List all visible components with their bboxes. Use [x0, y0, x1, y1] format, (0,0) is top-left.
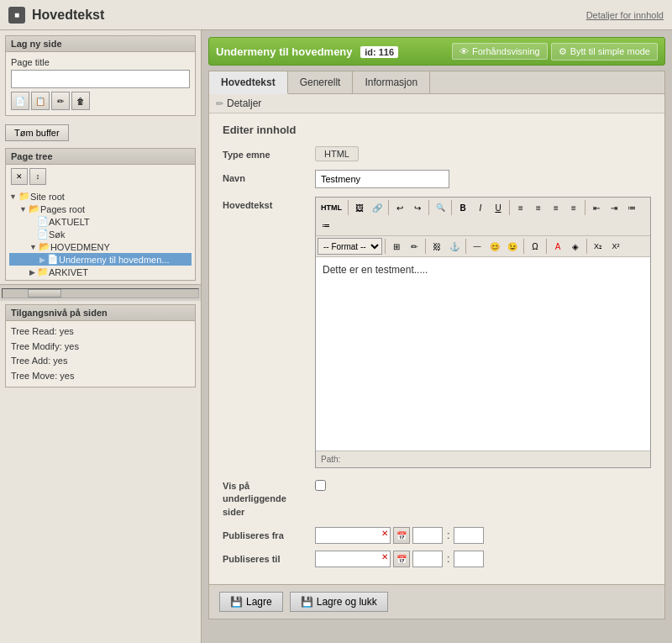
publiseres-til-row: Publiseres til ✕ 📅 : — [223, 551, 651, 567]
publiseres-til-date-wrap: ✕ — [315, 551, 391, 567]
save-close-button[interactable]: 💾 Lagre og lukk — [290, 592, 388, 612]
content-panel: Hovedtekst Generellt Informasjon ✏ Detal… — [208, 71, 665, 619]
rte-indent-right-btn[interactable]: ⇥ — [606, 199, 622, 216]
tree-item-arkivet[interactable]: ▶ 📁 ARKIVET — [9, 266, 192, 278]
copy-page-btn[interactable]: 📋 — [31, 92, 50, 110]
rte-table-btn[interactable]: ⊞ — [388, 238, 405, 255]
rte-bold-btn[interactable]: B — [454, 199, 471, 216]
save-button[interactable]: 💾 Lagre — [219, 592, 283, 612]
rte-align-left-btn[interactable]: ≡ — [512, 199, 529, 216]
rte-align-right-btn[interactable]: ≡ — [548, 199, 564, 216]
type-emne-row: Type emne HTML — [223, 146, 651, 161]
new-page-title: Lag ny side — [6, 36, 195, 52]
rte-italic-btn[interactable]: I — [472, 199, 489, 216]
tree-item-aktuelt[interactable]: ▶ 📄 AKTUELT — [9, 215, 192, 228]
rte-hr-btn[interactable]: — — [469, 238, 486, 255]
rte-table-edit-btn[interactable]: ✏ — [406, 238, 423, 255]
rte-underline-btn[interactable]: U — [490, 199, 507, 216]
rte-link-btn[interactable]: 🔗 — [369, 199, 386, 216]
publiseres-til-label: Publiseres til — [223, 554, 315, 564]
rte-find-btn[interactable]: 🔍 — [432, 199, 449, 216]
type-emne-label: Type emne — [223, 146, 315, 160]
date-colon-fra: : — [447, 530, 449, 541]
edit-section-title: Editer innhold — [223, 124, 651, 136]
rte-list-ul-btn[interactable]: ≔ — [623, 199, 640, 216]
rte-indent-left-btn[interactable]: ⇤ — [588, 199, 605, 216]
rte-superscript-btn[interactable]: X² — [607, 238, 624, 255]
tree-item-site-root[interactable]: ▼ 📁 Site root — [9, 190, 192, 203]
page-title-label: Page title — [11, 57, 190, 67]
mode-button[interactable]: ⚙ Bytt til simple mode — [551, 43, 658, 61]
rte-unlink-btn[interactable]: ⛓ — [428, 238, 445, 255]
scroll-track[interactable] — [2, 288, 199, 298]
rte-list-ol-btn[interactable]: ≔ — [318, 217, 334, 234]
sidebar: Lag ny side Page title 📄 📋 ✏ 🗑 Tøm buffe… — [0, 30, 202, 643]
publiseres-fra-date-input[interactable] — [315, 527, 391, 544]
rte-align-center-btn[interactable]: ≡ — [530, 199, 547, 216]
green-header-badge: id: 116 — [360, 46, 398, 58]
rte-image-btn[interactable]: 🖼 — [351, 199, 368, 216]
publiseres-til-date-input[interactable] — [315, 551, 391, 567]
rte-smiley-btn[interactable]: 😊 — [486, 238, 503, 255]
tree-label-arkivet: ARKIVET — [49, 267, 88, 277]
file-icon-sok: 📄 — [37, 229, 49, 240]
folder-icon-arkivet: 📁 — [37, 266, 49, 277]
edit-page-btn[interactable]: ✏ — [51, 92, 70, 110]
sidebar-scrollbar — [0, 284, 201, 301]
vis-pa-label-text: Vis på underliggende sider — [223, 481, 286, 517]
delete-page-btn[interactable]: 🗑 — [71, 92, 90, 110]
publiseres-fra-min[interactable] — [454, 527, 484, 544]
tree-label-pages-root: Pages root — [40, 204, 85, 214]
vis-pa-checkbox-wrap — [315, 477, 651, 493]
publiseres-til-cal-btn[interactable]: 📅 — [393, 551, 410, 567]
tree-item-pages-root[interactable]: ▼ 📂 Pages root — [9, 203, 192, 215]
publiseres-til-clear[interactable]: ✕ — [381, 552, 388, 561]
detaljer-bar: ✏ Detaljer — [209, 94, 664, 113]
preview-button[interactable]: 👁 Forhåndsvisning — [452, 43, 548, 60]
publiseres-fra-clear[interactable]: ✕ — [381, 529, 388, 538]
vis-pa-label: Vis på underliggende sider — [223, 477, 315, 519]
sep11 — [546, 239, 547, 254]
rte-content[interactable]: Dette er en testment..... — [316, 257, 650, 451]
tree-label-aktuelt: AKTUELT — [49, 217, 90, 227]
tom-buffer-button[interactable]: Tøm buffer — [5, 124, 69, 141]
publiseres-til-hour[interactable] — [412, 551, 443, 567]
rte-fontcolor-btn[interactable]: A — [549, 238, 566, 255]
access-item-2: Tree Add: yes — [11, 354, 190, 369]
vis-pa-checkbox[interactable] — [315, 480, 326, 491]
main-layout: Lag ny side Page title 📄 📋 ✏ 🗑 Tøm buffe… — [0, 30, 672, 643]
tab-generellt[interactable]: Generellt — [288, 71, 354, 93]
tree-item-hovedmeny[interactable]: ▼ 📂 HOVEDMENY — [9, 240, 192, 253]
rte-justify-btn[interactable]: ≡ — [565, 199, 582, 216]
page-title-input[interactable] — [11, 70, 190, 88]
tab-hovedtekst[interactable]: Hovedtekst — [209, 71, 288, 94]
rte-anchor-btn[interactable]: ⚓ — [446, 238, 463, 255]
folder-icon-pages-root: 📂 — [29, 203, 40, 214]
tree-arrow-aktuelt: ▶ — [29, 218, 35, 226]
details-link[interactable]: Detaljer for innhold — [586, 10, 664, 20]
rte-omega-btn[interactable]: Ω — [527, 238, 543, 255]
rte-undo-btn[interactable]: ↩ — [391, 199, 408, 216]
tree-item-undermeny[interactable]: ▶ 📄 Undermeny til hovedmen... — [9, 253, 192, 266]
publiseres-fra-hour[interactable] — [412, 527, 443, 544]
rte-path-bar: Path: — [316, 451, 650, 467]
rte-wink-btn[interactable]: 😉 — [504, 238, 521, 255]
rte-content-text: Dette er en testment..... — [323, 264, 428, 276]
rte-redo-btn[interactable]: ↪ — [409, 199, 426, 216]
rte-container: HTML 🖼 🔗 ↩ ↪ 🔍 B — [315, 197, 651, 468]
tree-collapse-btn[interactable]: ✕ — [11, 168, 28, 185]
new-page-btn[interactable]: 📄 — [11, 92, 29, 110]
pencil-icon: ✏ — [216, 98, 223, 109]
rte-html-btn[interactable]: HTML — [318, 199, 345, 216]
rte-subscript-btn[interactable]: X₂ — [590, 238, 606, 255]
tab-informasjon[interactable]: Informasjon — [353, 71, 430, 93]
scroll-thumb[interactable] — [28, 289, 61, 298]
publiseres-til-min[interactable] — [454, 551, 484, 567]
tree-expand-btn[interactable]: ↕ — [29, 168, 46, 185]
sep5 — [509, 200, 510, 215]
rte-format-select[interactable]: -- Format -- — [318, 238, 382, 255]
publiseres-fra-cal-btn[interactable]: 📅 — [393, 527, 410, 544]
rte-highlight-btn[interactable]: ◈ — [567, 238, 584, 255]
navn-input[interactable] — [315, 170, 449, 188]
tree-item-sok[interactable]: ▶ 📄 Søk — [9, 228, 192, 240]
